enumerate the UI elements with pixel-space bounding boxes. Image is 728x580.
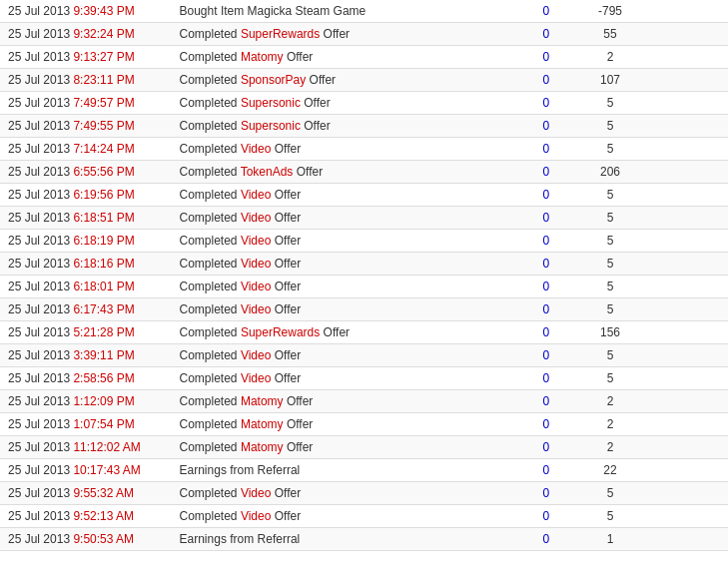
extra-cell: [642, 298, 728, 321]
table-row: 25 Jul 2013 5:21:28 PMCompleted SuperRew…: [0, 321, 728, 344]
description-cell: Bought Item Magicka Steam Game: [172, 0, 514, 23]
time-part: 7:14:24 PM: [73, 142, 134, 156]
date-cell: 25 Jul 2013 10:17:43 AM: [0, 459, 172, 482]
table-row: 25 Jul 2013 9:39:43 PMBought Item Magick…: [0, 0, 728, 23]
time-part: 9:52:13 AM: [73, 509, 134, 523]
table-row: 25 Jul 2013 6:19:56 PMCompleted Video Of…: [0, 184, 728, 207]
description-cell: Completed Video Offer: [172, 230, 514, 253]
offer-name: Video: [241, 211, 271, 225]
table-row: 25 Jul 2013 9:32:24 PMCompleted SuperRew…: [0, 23, 728, 46]
description-cell: Completed Video Offer: [172, 138, 514, 161]
col1-cell: 0: [514, 436, 578, 459]
date-cell: 25 Jul 2013 7:49:57 PM: [0, 92, 172, 115]
time-part: 6:19:56 PM: [73, 188, 134, 202]
col2-cell: 2: [578, 46, 642, 69]
col1-cell: 0: [514, 413, 578, 436]
extra-cell: [642, 344, 728, 367]
col2-cell: 22: [578, 459, 642, 482]
description-cell: Completed Matomy Offer: [172, 390, 514, 413]
date-cell: 25 Jul 2013 9:55:32 AM: [0, 482, 172, 505]
time-part: 8:23:11 PM: [73, 73, 134, 87]
description-cell: Completed Video Offer: [172, 482, 514, 505]
time-part: 6:18:01 PM: [73, 280, 134, 293]
offer-name: Matomy: [241, 394, 284, 408]
date-cell: 25 Jul 2013 9:32:24 PM: [0, 23, 172, 46]
extra-cell: [642, 459, 728, 482]
time-part: 9:50:53 AM: [73, 532, 134, 546]
time-part: 1:07:54 PM: [73, 417, 134, 431]
description-cell: Completed Video Offer: [172, 253, 514, 276]
col1-cell: 0: [514, 253, 578, 276]
table-row: 25 Jul 2013 9:55:32 AMCompleted Video Of…: [0, 482, 728, 505]
col1-cell: 0: [514, 367, 578, 390]
col2-cell: 5: [578, 207, 642, 230]
col2-cell: 5: [578, 115, 642, 138]
table-row: 25 Jul 2013 6:17:43 PMCompleted Video Of…: [0, 298, 728, 321]
transactions-table: 25 Jul 2013 9:39:43 PMBought Item Magick…: [0, 0, 728, 551]
time-part: 11:12:02 AM: [73, 440, 140, 454]
extra-cell: [642, 46, 728, 69]
time-part: 6:17:43 PM: [73, 302, 134, 316]
col2-cell: 1: [578, 528, 642, 551]
date-cell: 25 Jul 2013 1:12:09 PM: [0, 390, 172, 413]
date-cell: 25 Jul 2013 7:49:55 PM: [0, 115, 172, 138]
offer-name: Video: [241, 188, 271, 202]
col2-cell: 55: [578, 23, 642, 46]
extra-cell: [642, 161, 728, 184]
col1-cell: 0: [514, 138, 578, 161]
col1-cell: 0: [514, 184, 578, 207]
table-row: 25 Jul 2013 6:18:19 PMCompleted Video Of…: [0, 230, 728, 253]
offer-name: Video: [241, 348, 271, 362]
col2-cell: -795: [578, 0, 642, 23]
col2-cell: 2: [578, 413, 642, 436]
extra-cell: [642, 276, 728, 298]
table-row: 25 Jul 2013 6:18:16 PMCompleted Video Of…: [0, 253, 728, 276]
col1-cell: 0: [514, 46, 578, 69]
col1-cell: 0: [514, 344, 578, 367]
col2-cell: 5: [578, 138, 642, 161]
time-part: 1:12:09 PM: [73, 394, 134, 408]
date-cell: 25 Jul 2013 9:13:27 PM: [0, 46, 172, 69]
col2-cell: 5: [578, 344, 642, 367]
col1-cell: 0: [514, 321, 578, 344]
col1-cell: 0: [514, 207, 578, 230]
col2-cell: 5: [578, 482, 642, 505]
extra-cell: [642, 207, 728, 230]
col1-cell: 0: [514, 0, 578, 23]
description-cell: Completed Matomy Offer: [172, 413, 514, 436]
col2-cell: 5: [578, 184, 642, 207]
table-row: 25 Jul 2013 6:18:01 PMCompleted Video Of…: [0, 276, 728, 298]
col2-cell: 5: [578, 92, 642, 115]
description-cell: Completed Matomy Offer: [172, 46, 514, 69]
description-cell: Earnings from Referral: [172, 528, 514, 551]
date-cell: 25 Jul 2013 11:12:02 AM: [0, 436, 172, 459]
date-cell: 25 Jul 2013 5:21:28 PM: [0, 321, 172, 344]
description-cell: Completed SuperRewards Offer: [172, 23, 514, 46]
table-row: 25 Jul 2013 1:07:54 PMCompleted Matomy O…: [0, 413, 728, 436]
col1-cell: 0: [514, 528, 578, 551]
offer-name: SuperRewards: [241, 325, 320, 339]
description-cell: Completed Video Offer: [172, 367, 514, 390]
col2-cell: 2: [578, 390, 642, 413]
table-row: 25 Jul 2013 7:49:57 PMCompleted Superson…: [0, 92, 728, 115]
table-row: 25 Jul 2013 11:12:02 AMCompleted Matomy …: [0, 436, 728, 459]
date-cell: 25 Jul 2013 8:23:11 PM: [0, 69, 172, 92]
offer-name: Video: [241, 509, 271, 523]
date-cell: 25 Jul 2013 3:39:11 PM: [0, 344, 172, 367]
extra-cell: [642, 0, 728, 23]
offer-name: Video: [241, 302, 271, 316]
description-cell: Completed Supersonic Offer: [172, 115, 514, 138]
table-row: 25 Jul 2013 2:58:56 PMCompleted Video Of…: [0, 367, 728, 390]
extra-cell: [642, 253, 728, 276]
table-row: 25 Jul 2013 6:55:56 PMCompleted TokenAds…: [0, 161, 728, 184]
date-cell: 25 Jul 2013 7:14:24 PM: [0, 138, 172, 161]
table-row: 25 Jul 2013 6:18:51 PMCompleted Video Of…: [0, 207, 728, 230]
date-cell: 25 Jul 2013 2:58:56 PM: [0, 367, 172, 390]
col2-cell: 5: [578, 276, 642, 298]
table-row: 25 Jul 2013 3:39:11 PMCompleted Video Of…: [0, 344, 728, 367]
offer-name: SponsorPay: [241, 73, 306, 87]
extra-cell: [642, 138, 728, 161]
extra-cell: [642, 115, 728, 138]
time-part: 3:39:11 PM: [73, 348, 134, 362]
extra-cell: [642, 390, 728, 413]
